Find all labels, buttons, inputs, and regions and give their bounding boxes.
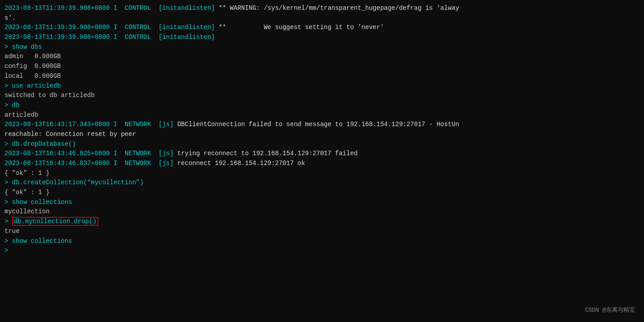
output-admin: admin 0.000GB (4, 52, 640, 62)
cmd-show-dbs: > show dbs (4, 42, 640, 52)
prompt-1: > (4, 43, 12, 51)
highlighted-command: db.mycollection.drop() (12, 217, 98, 226)
log-timestamp-2: 2023-08-13T11:39:39.908+0800 I CONTROL [… (4, 24, 215, 31)
log-msg-n1: DBClientConnection failed to send messag… (174, 121, 459, 128)
output-ok-2: { "ok" : 1 } (4, 188, 640, 198)
log-msg-1b: s'. (4, 14, 16, 21)
cmd-db: > db (4, 101, 640, 110)
cmd-show-collections-1: > show collections (4, 198, 640, 208)
log-msg-n1b: reachable: Connection reset by peer (4, 131, 136, 138)
log-line-1b: s'. (4, 13, 640, 23)
cmd-text-4: db.dropDatabase() (12, 140, 76, 148)
log-msg-n3: reconnect 192.168.154.129:27017 ok (174, 160, 305, 167)
output-true: true (4, 227, 640, 237)
log-line-1: 2023-08-13T11:39:39.908+0800 I CONTROL [… (4, 4, 640, 13)
log-msg-n2: trying reconnect to 192.168.154.129:2701… (174, 150, 358, 157)
cmd-text-2: use articledb (12, 82, 61, 89)
cmd-drop-database: > db.dropDatabase() (4, 140, 640, 149)
cmd-text-8: show collections (12, 237, 72, 245)
log-line-network-2: 2023-08-13T16:43:46.825+0800 I NETWORK [… (4, 149, 640, 159)
log-line-3: 2023-08-13T11:39:39.908+0800 I CONTROL [… (4, 33, 640, 42)
log-line-network-1: 2023-08-13T16:43:17.343+0800 I NETWORK [… (4, 120, 640, 130)
cmd-text-6: show collections (12, 199, 72, 206)
cmd-text-1: show dbs (12, 43, 42, 51)
prompt-9: > (4, 247, 12, 254)
cmd-empty-prompt: > (4, 246, 640, 256)
prompt-7: > (4, 218, 12, 225)
log-timestamp-3: 2023-08-13T11:39:39.908+0800 I CONTROL [… (4, 34, 215, 41)
output-switched: switched to db articledb (4, 91, 640, 101)
output-config: config 0.000GB (4, 62, 640, 72)
cmd-drop-collection: > db.mycollection.drop() (4, 217, 640, 227)
output-mycollection: mycollection (4, 207, 640, 217)
watermark: CSDN @东离与精宝 (585, 306, 635, 314)
prompt-8: > (4, 237, 12, 245)
output-local: local 0.000GB (4, 72, 640, 81)
cmd-show-collections-2: > show collections (4, 237, 640, 246)
log-timestamp-n2: 2023-08-13T16:43:46.825+0800 I NETWORK [… (4, 150, 174, 157)
terminal-window: 2023-08-13T11:39:39.908+0800 I CONTROL [… (0, 0, 644, 322)
output-articledb: articledb (4, 110, 640, 120)
cmd-text-3: db (12, 102, 20, 109)
cmd-create-collection: > db.createCollection(“mycollection”) (4, 178, 640, 188)
prompt-6: > (4, 199, 12, 206)
prompt-2: > (4, 82, 12, 89)
cmd-text-5: db.createCollection(“mycollection”) (12, 179, 144, 186)
log-msg-2: ** We suggest setting it to 'never' (215, 24, 384, 31)
prompt-5: > (4, 179, 12, 186)
cmd-use-articledb: > use articledb (4, 81, 640, 91)
prompt-3: > (4, 102, 12, 109)
log-line-network-3: 2023-08-13T16:43:46.837+0800 I NETWORK [… (4, 159, 640, 169)
log-timestamp-n1: 2023-08-13T16:43:17.343+0800 I NETWORK [… (4, 121, 174, 128)
prompt-4: > (4, 140, 12, 148)
log-msg-1: ** WARNING: /sys/kernel/mm/transparent_h… (215, 4, 459, 12)
log-timestamp-1: 2023-08-13T11:39:39.908+0800 I CONTROL [… (4, 4, 215, 12)
log-timestamp-n3: 2023-08-13T16:43:46.837+0800 I NETWORK [… (4, 160, 174, 167)
log-line-network-1b: reachable: Connection reset by peer (4, 130, 640, 140)
log-line-2: 2023-08-13T11:39:39.908+0800 I CONTROL [… (4, 23, 640, 33)
output-ok-1: { "ok" : 1 } (4, 169, 640, 178)
